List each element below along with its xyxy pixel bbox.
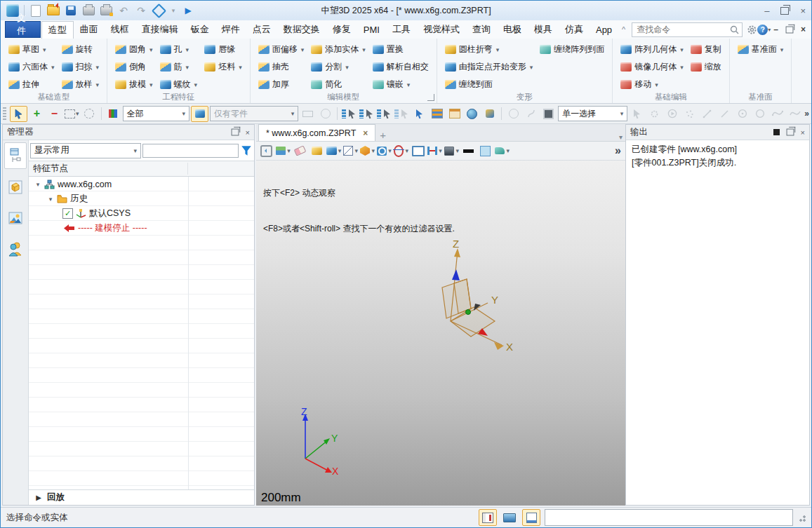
- tab-visual-style[interactable]: 视觉样式: [417, 21, 466, 38]
- ribbon-item[interactable]: 旋转: [60, 43, 102, 56]
- ribbon-item[interactable]: 面偏移▾: [256, 43, 307, 56]
- remove-selection-button[interactable]: −: [46, 107, 62, 121]
- ribbon-item[interactable]: 分割▾: [309, 60, 368, 74]
- ribbon-item[interactable]: 移动▾: [618, 78, 686, 91]
- ribbon-item[interactable]: 唇缘: [202, 43, 244, 56]
- circle-center-button[interactable]: [734, 107, 750, 121]
- line-tool-button[interactable]: [699, 107, 715, 121]
- selection-list-button[interactable]: [429, 107, 445, 121]
- tree-row-history[interactable]: ▾ 历史: [29, 191, 254, 206]
- tab-pmi[interactable]: PMI: [357, 22, 386, 37]
- tab-mold[interactable]: 模具: [528, 21, 559, 38]
- spline-tool-button[interactable]: [769, 107, 785, 121]
- settings-button[interactable]: [747, 23, 757, 36]
- help-dropdown[interactable]: ▾: [768, 27, 771, 33]
- section-view-button[interactable]: ▾: [427, 144, 442, 158]
- material-button[interactable]: [310, 144, 324, 158]
- pick-last-button[interactable]: [394, 107, 410, 121]
- viewport-3d[interactable]: ▾ ▾ ▾ ▾ ▾ ▾ ▾ ▾ ▾ » 按下<F2>: [256, 142, 627, 506]
- fullscreen-button[interactable]: [501, 510, 518, 525]
- ribbon-item[interactable]: 拔模▾: [113, 78, 155, 91]
- pick-cursor-button[interactable]: [411, 107, 427, 121]
- history-list-button[interactable]: [446, 107, 462, 121]
- tab-weldment[interactable]: 焊件: [215, 21, 246, 38]
- help-button[interactable]: ?: [757, 23, 768, 36]
- dialog-launcher-icon[interactable]: [427, 94, 434, 101]
- undo-button[interactable]: ↶: [117, 4, 130, 17]
- output-log[interactable]: 已创建零件 [www.x6g.com] [零件001.Z3PRT]关闭成功.: [626, 140, 809, 505]
- ribbon-item[interactable]: 扫掠▾: [60, 60, 102, 74]
- point-cloud-button[interactable]: [681, 107, 698, 121]
- tab-app[interactable]: App: [590, 22, 618, 37]
- tab-direct-edit[interactable]: 直接编辑: [135, 21, 185, 38]
- expander-icon[interactable]: ▾: [34, 181, 41, 188]
- ribbon-item[interactable]: 镶嵌▾: [371, 78, 431, 91]
- doc-close-button[interactable]: ×: [801, 25, 806, 34]
- anchor-pick-button[interactable]: [317, 107, 333, 121]
- tab-surface[interactable]: 曲面: [74, 21, 105, 38]
- toggle-output-button[interactable]: [522, 509, 540, 526]
- pick-previous-button[interactable]: [359, 107, 375, 121]
- tab-sheet-metal[interactable]: 钣金: [185, 21, 215, 38]
- z-axis-arrow[interactable]: [452, 269, 460, 280]
- tab-repair[interactable]: 修复: [326, 21, 357, 38]
- checkbox-checked[interactable]: ✓: [62, 208, 73, 219]
- part-only-dropdown[interactable]: 仅有零件▾: [210, 106, 298, 121]
- ribbon-item[interactable]: 镜像几何体▾: [618, 60, 686, 74]
- close-button[interactable]: ×: [800, 6, 806, 16]
- ribbon-item[interactable]: 圆柱折弯▾: [443, 43, 535, 56]
- visual-manager-tab[interactable]: [5, 175, 26, 200]
- ribbon-item[interactable]: 倒角: [113, 60, 155, 74]
- new-file-button[interactable]: [29, 4, 42, 17]
- external-reference-button[interactable]: [464, 107, 480, 121]
- ribbon-item[interactable]: 缠绕到面: [443, 78, 535, 91]
- shaded-display-button[interactable]: ▾: [326, 144, 341, 158]
- wireframe-display-button[interactable]: ▾: [343, 144, 358, 158]
- select-tool-button[interactable]: [10, 106, 27, 122]
- ribbon-item[interactable]: 解析自相交: [371, 60, 431, 74]
- redo-button[interactable]: ↷: [135, 4, 147, 17]
- expander-icon[interactable]: ▾: [47, 196, 54, 203]
- tab-point-cloud[interactable]: 点云: [246, 21, 277, 38]
- minimize-button[interactable]: –: [764, 6, 769, 16]
- save-button[interactable]: [65, 4, 77, 17]
- open-file-button[interactable]: [47, 4, 60, 17]
- tab-electrode[interactable]: 电极: [497, 21, 528, 38]
- ribbon-item[interactable]: 加厚: [256, 78, 307, 91]
- segment-tool-button[interactable]: [717, 107, 733, 121]
- ribbon-item[interactable]: 螺纹▾: [158, 78, 200, 91]
- toolbar-overflow-button[interactable]: »: [804, 109, 809, 119]
- output-pin-icon[interactable]: [773, 129, 780, 135]
- manager-restore-button[interactable]: [231, 129, 239, 136]
- tree-search-input[interactable]: [142, 144, 239, 158]
- exit-button[interactable]: [259, 144, 274, 158]
- ribbon-item[interactable]: 基准面▾: [736, 43, 786, 56]
- ribbon-item[interactable]: 缩放: [688, 60, 724, 74]
- print-button[interactable]: [82, 4, 95, 17]
- qat-dropdown[interactable]: ▾: [170, 4, 177, 17]
- rotate-target-button[interactable]: ▾: [394, 144, 408, 158]
- ribbon-item[interactable]: 坯料▾: [202, 60, 244, 74]
- part-filter-toggle-button[interactable]: [191, 106, 208, 122]
- selection-mode-dropdown[interactable]: 单一选择▾: [558, 106, 627, 121]
- tab-close-icon[interactable]: ×: [363, 128, 368, 138]
- ribbon-item[interactable]: 由指定点开始变形▾: [443, 60, 535, 74]
- default-csys-graphic[interactable]: Z Y X: [412, 238, 531, 365]
- color-filter-button[interactable]: [105, 107, 121, 121]
- ribbon-item[interactable]: 置换: [371, 43, 431, 56]
- doc-restore-button[interactable]: [786, 26, 794, 33]
- ribbon-item[interactable]: 阵列几何体▾: [618, 43, 686, 56]
- tree-row-modeling-stop[interactable]: ----- 建模停止 -----: [29, 221, 254, 236]
- print-export-button[interactable]: [100, 4, 112, 17]
- ribbon-item[interactable]: 拉伸: [6, 78, 57, 91]
- ribbon-item[interactable]: 草图▾: [6, 43, 57, 56]
- view-manager-tab[interactable]: [5, 205, 26, 231]
- play-circle-button[interactable]: [664, 107, 680, 121]
- resize-grip[interactable]: [797, 513, 806, 522]
- output-close-button[interactable]: ×: [801, 128, 805, 137]
- toggle-manager-button[interactable]: [479, 509, 497, 526]
- feature-tree[interactable]: ▾ www.x6g.com ▾ 历史 ✓ 默认CSYS: [29, 177, 254, 489]
- toolbar-grip[interactable]: [3, 107, 6, 120]
- tree-row-csys[interactable]: ✓ 默认CSYS: [29, 206, 254, 221]
- view-orientation-button[interactable]: ▾: [360, 144, 375, 158]
